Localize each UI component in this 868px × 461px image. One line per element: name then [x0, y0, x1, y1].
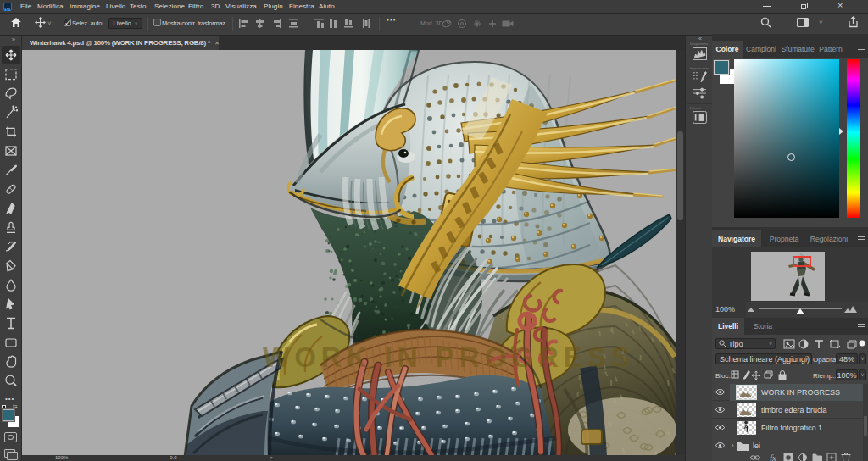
svg-text:fx: fx [770, 453, 776, 461]
svg-text:WORK IN PROGRESS: WORK IN PROGRESS [263, 342, 635, 373]
